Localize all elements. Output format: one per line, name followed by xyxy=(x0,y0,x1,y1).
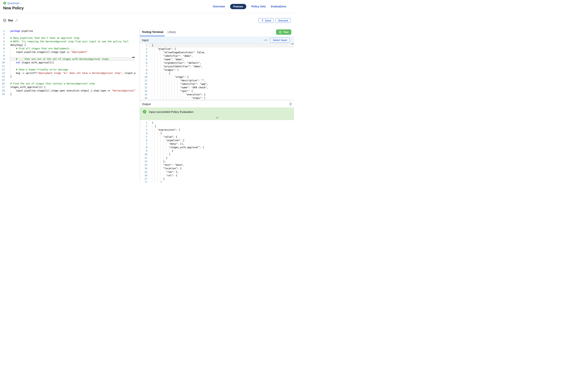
policy-toolbar: foo Save Discard xyxy=(0,13,294,28)
code-line: 10 ] xyxy=(140,153,294,156)
code-line: 9 { xyxy=(140,72,294,75)
terminal-tabs: Testing Terminal Library Test xyxy=(140,28,294,36)
policy-code-editor[interactable]: 1package pipeline23# Deny pipelines that… xyxy=(0,28,140,182)
select-input-button[interactable]: Select Input xyxy=(270,38,290,42)
policy-shield-check-icon xyxy=(3,19,7,22)
evaluation-success-banner: ✓ Input succeeded Policy Evaluation xyxy=(140,107,294,120)
upload-icon xyxy=(261,19,264,22)
code-line: 18 } xyxy=(140,181,294,182)
output-title: Output xyxy=(142,102,151,106)
code-line: 6 "orgIdentifier": "default", xyxy=(140,61,294,65)
code-line: 17stages_with_approval[i] { xyxy=(0,85,140,89)
code-line: 5deny[msg] { xyxy=(0,43,140,47)
breadcrumb-link-quickstart[interactable]: Quickstart xyxy=(7,2,19,5)
code-line: 15 xyxy=(0,78,140,82)
chevron-down-icon[interactable] xyxy=(215,117,219,119)
code-line: 12 "identifier": "app", xyxy=(140,82,294,86)
code-line: 13 msg := sprintf("deployment stage '%s'… xyxy=(0,71,140,75)
nav-item-policy-sets[interactable]: Policy Sets xyxy=(251,5,266,8)
breadcrumb: ∞ Quickstart › xyxy=(3,1,21,5)
code-line: 12 # Show a human-friendly error message xyxy=(0,68,140,71)
play-icon xyxy=(279,31,282,34)
code-line: 10 "stage": { xyxy=(140,75,294,79)
code-line: 16 "col": 1 xyxy=(140,174,294,177)
code-line: 4 "identifier": "demo", xyxy=(140,54,294,58)
code-line: 19} xyxy=(0,92,140,96)
page: ∞ Quickstart › New Policy Overview Polic… xyxy=(0,0,294,182)
code-line: 15 "execution": { xyxy=(140,93,294,96)
output-json-editor[interactable]: 1[2 {3 "expressions": [4 {5 "value": {6 … xyxy=(140,120,294,182)
code-line: 14 "location": { xyxy=(140,167,294,170)
output-section-header: Output xyxy=(140,101,294,107)
policy-name: foo xyxy=(8,19,13,22)
test-button[interactable]: Test xyxy=(276,29,291,35)
code-line: 14 "spec": { xyxy=(140,89,294,93)
input-title: Input xyxy=(142,38,149,42)
code-line: 5 "name": "demo", xyxy=(140,58,294,61)
code-line: 11 "description": "", xyxy=(140,79,294,82)
nav-item-evaluations[interactable]: Evaluations xyxy=(271,5,286,8)
content-split: 1package pipeline23# Deny pipelines that… xyxy=(0,28,294,182)
input-json-editor[interactable]: 1{2 "pipeline": {3 "allowStageExecutions… xyxy=(140,44,294,100)
code-view-icon[interactable]: </> xyxy=(264,39,267,42)
tab-library[interactable]: Library xyxy=(168,30,176,34)
code-line: 10 not stages_with_approval[i] xyxy=(0,61,140,64)
nav-item-policies-active[interactable]: Policies xyxy=(230,4,246,9)
code-line: 9 # ... that are not in the set of stage… xyxy=(0,57,140,61)
active-tab-underline xyxy=(140,36,165,36)
code-line: 16 "steps": [ xyxy=(140,96,294,100)
code-line: 2 { xyxy=(140,125,294,128)
banner-message: Input succeeded Policy Evaluation xyxy=(149,110,193,113)
code-line: 3# Deny pipelines that don't have an app… xyxy=(0,36,140,40)
code-line: 12 }, xyxy=(140,160,294,163)
project-logo-icon: ∞ xyxy=(3,1,6,5)
code-line: 6 "pipeline": { xyxy=(140,139,294,142)
code-line: 9 1 xyxy=(140,149,294,153)
code-line: 17 } xyxy=(140,177,294,181)
testing-pane: Testing Terminal Library Test Input </> … xyxy=(140,28,294,182)
top-nav: Overview Policies Policy Sets Evaluation… xyxy=(213,0,286,13)
trash-icon[interactable] xyxy=(289,102,292,106)
code-line: 1{ xyxy=(140,44,294,47)
code-line: 6 # Find all stages that are Deployments… xyxy=(0,47,140,50)
code-line: 2 xyxy=(0,33,140,36)
output-section: Output ✓ Input succeeded Policy Evaluati… xyxy=(140,100,294,182)
code-line: 13 "text": "data", xyxy=(140,163,294,167)
cursor-overview-marker xyxy=(291,44,294,44)
code-line: 7 "deny": [], xyxy=(140,142,294,146)
nav-item-overview[interactable]: Overview xyxy=(213,5,225,8)
code-line: 8 xyxy=(0,54,140,57)
code-line: 1[ xyxy=(140,121,294,125)
code-line: 15 "row": 1, xyxy=(140,170,294,174)
top-header: ∞ Quickstart › New Policy Overview Polic… xyxy=(0,0,294,13)
code-line: 18 input.pipeline.stages[i].stage.spec.e… xyxy=(0,89,140,92)
code-line: 7 input.pipeline.stages[i].stage.type ==… xyxy=(0,50,140,54)
code-line: 1package pipeline xyxy=(0,29,140,33)
code-line: 11 xyxy=(0,64,140,68)
code-line: 8 "stages_with_approval": [ xyxy=(140,146,294,149)
code-line: 11 } xyxy=(140,156,294,160)
code-line: 8 "stages": [ xyxy=(140,68,294,72)
code-line: 3 "expressions": [ xyxy=(140,128,294,132)
code-line: 14} xyxy=(0,75,140,78)
edit-pencil-icon[interactable] xyxy=(15,19,18,22)
discard-button[interactable]: Discard xyxy=(275,18,291,23)
code-line: 4# NOTE: Try removing the HarnessApprova… xyxy=(0,40,140,43)
save-button[interactable]: Save xyxy=(259,18,274,23)
code-line: 13 "name": "OPA check", xyxy=(140,86,294,89)
code-line: 3 "allowStageExecutions": false, xyxy=(140,51,294,54)
chevron-right-icon: › xyxy=(21,2,21,5)
page-title: New Policy xyxy=(3,6,24,10)
code-line: 7 "projectIdentifier": "demo", xyxy=(140,65,294,68)
tab-testing-terminal[interactable]: Testing Terminal xyxy=(142,30,163,34)
code-line: 5 "value": { xyxy=(140,135,294,139)
input-section-header: Input </> Select Input xyxy=(140,36,294,44)
code-line: 2 "pipeline": { xyxy=(140,47,294,51)
cursor-overview-marker xyxy=(132,57,135,58)
success-check-icon: ✓ xyxy=(143,110,146,113)
code-line: 4 { xyxy=(140,132,294,135)
code-line: 16# Find the set of stages that contain … xyxy=(0,82,140,85)
